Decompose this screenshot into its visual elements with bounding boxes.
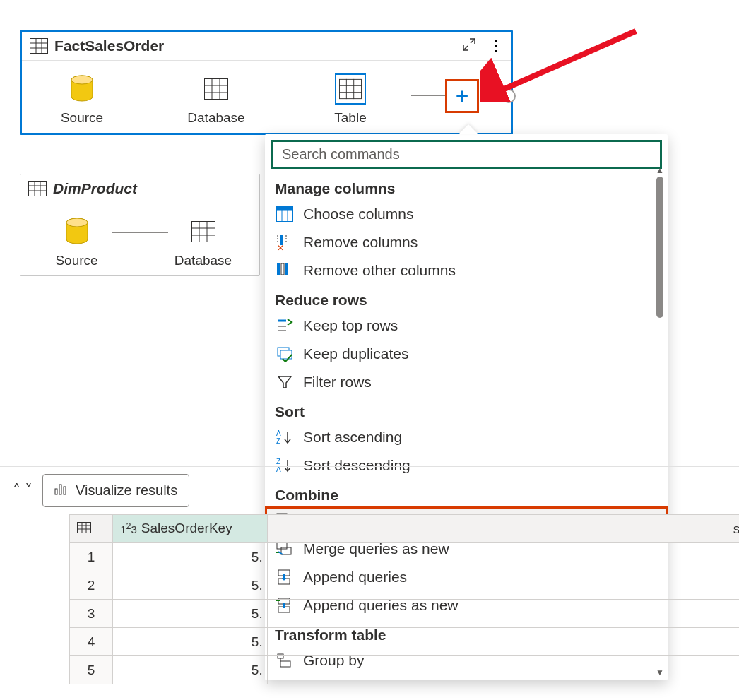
svg-text:Z: Z <box>276 458 280 465</box>
step-label: Source <box>61 110 103 126</box>
row-index: 2 <box>70 571 113 600</box>
database-icon <box>66 73 97 105</box>
step-database[interactable]: Database <box>168 216 238 268</box>
section-sort: Sort <box>265 396 668 423</box>
menu-label: Keep duplicates <box>303 345 408 362</box>
cell-empty <box>267 628 739 656</box>
step-source[interactable]: Source <box>42 216 112 268</box>
keep-top-rows-icon <box>275 316 295 336</box>
table-icon <box>201 73 232 105</box>
svg-rect-66 <box>59 485 61 494</box>
collapse-up-icon[interactable]: ˄ <box>13 482 20 500</box>
cell-empty <box>267 543 739 571</box>
add-step-button[interactable]: + <box>445 79 479 113</box>
search-commands-input[interactable]: Search commands <box>271 140 662 169</box>
section-reduce-rows: Reduce rows <box>265 285 668 312</box>
step-label: Table <box>334 110 366 126</box>
choose-columns-icon <box>275 204 295 224</box>
step-label: Database <box>175 253 232 268</box>
table-icon <box>77 522 91 533</box>
step-connector <box>121 90 177 90</box>
row-index: 5 <box>70 656 113 684</box>
query-card-factsalesorder[interactable]: FactSalesOrder ⋮ Source Database <box>20 30 513 135</box>
cell-empty <box>267 600 739 628</box>
results-panel: ˄ ˅ Visualize results 123 SalesOrderKey … <box>0 466 739 684</box>
visualize-results-button[interactable]: Visualize results <box>42 474 189 507</box>
scroll-up-arrow[interactable]: ▲ <box>655 165 665 175</box>
svg-rect-43 <box>280 350 292 359</box>
svg-point-24 <box>66 218 88 227</box>
table-corner[interactable] <box>70 515 113 543</box>
table-row[interactable]: 25. <box>70 571 740 600</box>
button-label: Visualize results <box>76 482 177 499</box>
svg-rect-25 <box>191 222 215 242</box>
svg-rect-67 <box>64 487 66 494</box>
step-source[interactable]: Source <box>43 73 121 126</box>
svg-rect-18 <box>29 182 47 196</box>
menu-sort-ascending[interactable]: AZ Sort ascending <box>265 423 668 451</box>
remove-columns-icon: ✕ <box>275 232 295 252</box>
bar-chart-icon <box>54 482 69 499</box>
card-steps: Source Database Table <box>22 61 511 133</box>
menu-label: Choose columns <box>303 206 413 223</box>
svg-rect-38 <box>281 263 284 275</box>
filter-icon <box>275 372 295 392</box>
cell-value: 5. <box>113 571 268 600</box>
step-label: Source <box>55 253 97 268</box>
cell-value: 5. <box>113 543 268 571</box>
query-card-dimproduct[interactable]: DimProduct Source Database <box>20 174 260 276</box>
table-icon <box>29 36 49 56</box>
step-table[interactable]: Table <box>312 73 389 126</box>
table-icon <box>28 179 47 198</box>
table-row[interactable]: 15. <box>70 543 740 571</box>
plus-icon: + <box>456 85 469 107</box>
svg-point-6 <box>71 76 93 84</box>
row-index: 4 <box>70 628 113 656</box>
step-database[interactable]: Database <box>177 73 255 126</box>
menu-choose-columns[interactable]: Choose columns <box>265 200 668 228</box>
dropdown-caret <box>459 124 478 134</box>
svg-rect-31 <box>277 207 293 211</box>
column-header-truncated[interactable]: sto <box>267 515 739 543</box>
card-header: DimProduct <box>20 174 259 203</box>
row-index: 3 <box>70 600 113 628</box>
svg-rect-7 <box>205 79 228 100</box>
table-row[interactable]: 45. <box>70 628 740 656</box>
expand-icon[interactable] <box>461 37 477 55</box>
menu-label: Keep top rows <box>303 317 398 334</box>
step-connector <box>255 90 312 90</box>
table-row[interactable]: 55. <box>70 656 740 684</box>
column-header-salesorderkey[interactable]: 123 SalesOrderKey <box>113 515 268 543</box>
svg-rect-37 <box>285 263 288 275</box>
scroll-thumb[interactable] <box>656 177 663 318</box>
cell-value: 5. <box>113 628 268 656</box>
step-connector <box>411 95 447 96</box>
more-icon[interactable]: ⋮ <box>488 41 504 50</box>
cell-empty <box>267 656 739 684</box>
collapse-down-icon[interactable]: ˅ <box>25 482 32 500</box>
svg-rect-65 <box>55 489 57 494</box>
col-label: SalesOrderKey <box>141 521 232 536</box>
step-connector <box>112 232 168 233</box>
svg-rect-0 <box>30 39 48 54</box>
menu-remove-columns[interactable]: ✕ Remove columns <box>265 228 668 256</box>
table-icon <box>335 73 366 105</box>
row-index: 1 <box>70 543 113 571</box>
menu-label: Filter rows <box>303 374 372 391</box>
cell-value: 5. <box>113 600 268 628</box>
menu-keep-top-rows[interactable]: Keep top rows <box>265 312 668 340</box>
menu-label: Sort ascending <box>303 429 402 446</box>
card-title: FactSalesOrder <box>54 37 461 54</box>
menu-keep-duplicates[interactable]: Keep duplicates <box>265 340 668 368</box>
results-table: 123 SalesOrderKey sto 15.25.35.45.55. <box>69 514 739 684</box>
card-title: DimProduct <box>53 180 252 197</box>
table-row[interactable]: 35. <box>70 600 740 628</box>
remove-other-columns-icon <box>275 261 295 280</box>
menu-filter-rows[interactable]: Filter rows <box>265 368 668 396</box>
menu-label: Remove other columns <box>303 262 456 279</box>
menu-remove-other-columns[interactable]: Remove other columns <box>265 256 668 285</box>
search-placeholder: Search commands <box>282 146 400 162</box>
step-label: Database <box>187 110 244 126</box>
keep-duplicates-icon <box>275 344 295 364</box>
table-icon <box>188 216 219 247</box>
